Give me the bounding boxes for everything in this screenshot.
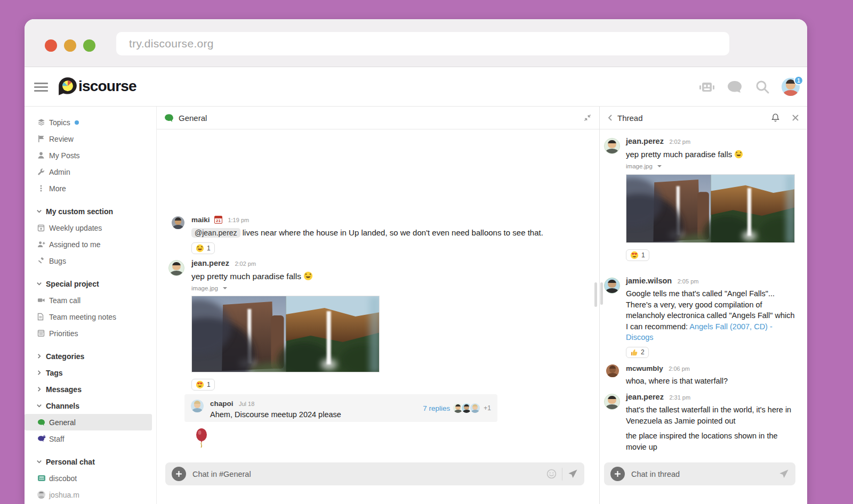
jean-perez-avatar[interactable]: [604, 138, 620, 154]
sidebar-section-messages[interactable]: Messages: [25, 381, 156, 397]
maiki-avatar[interactable]: [172, 216, 184, 229]
address-bar[interactable]: try.discourse.org: [116, 32, 729, 55]
message-text: whoa, where is that waterfall?: [626, 376, 728, 387]
collapse-icon[interactable]: [583, 113, 592, 122]
sidebar-item-topics[interactable]: Topics: [25, 114, 152, 131]
sidebar-item-joshua[interactable]: joshua.m: [25, 486, 152, 503]
laughing-emoji: [734, 150, 743, 159]
reaction-laughing[interactable]: 1: [191, 242, 215, 254]
sidebar-section-tags[interactable]: Tags: [25, 364, 156, 381]
emoji-picker-icon[interactable]: [546, 469, 557, 479]
minimize-window-button[interactable]: [64, 39, 76, 52]
sidebar-label: Review: [49, 135, 74, 143]
username[interactable]: jean.perez: [191, 259, 229, 267]
discobot-avatar: [37, 474, 49, 482]
waterfall-image[interactable]: [191, 296, 380, 372]
sidebar-item-discobot[interactable]: discobot: [25, 470, 152, 486]
ellipsis-icon: [37, 184, 49, 192]
user-mention[interactable]: @jean.perez: [191, 228, 240, 238]
reaction-heart-eyes[interactable]: 1: [191, 379, 215, 391]
chat-icon[interactable]: [726, 78, 743, 95]
maximize-window-button[interactable]: [83, 39, 95, 52]
send-icon[interactable]: [568, 469, 578, 479]
sidebar-item-my-posts[interactable]: My Posts: [25, 147, 152, 164]
attach-button[interactable]: [172, 467, 186, 481]
scrollbar[interactable]: [594, 282, 597, 307]
thread-message[interactable]: jean.perez 2:31 pm that's the tallest wa…: [604, 392, 795, 452]
chapoi-avatar: [191, 400, 204, 412]
sidebar-item-admin[interactable]: Admin: [25, 164, 152, 180]
message-text: that's the tallest waterfall in the worl…: [626, 404, 795, 426]
send-icon[interactable]: [779, 469, 789, 479]
username[interactable]: jean.perez: [626, 137, 664, 145]
sidebar-section-channels[interactable]: Channels: [25, 397, 156, 414]
more-participants: +1: [484, 404, 491, 412]
sidebar-label: General: [49, 418, 76, 427]
sidebar-section-categories[interactable]: Categories: [25, 348, 156, 364]
thread-panel: Thread jean.perez 2:02 pm: [600, 107, 807, 504]
thread-message[interactable]: jean.perez 2:02 pm yep pretty much parad…: [604, 136, 795, 262]
user-icon: [37, 151, 49, 159]
channel-composer[interactable]: Chat in #General: [165, 462, 584, 485]
mcwumbly-avatar[interactable]: [606, 364, 619, 377]
thread-composer[interactable]: Chat in thread: [604, 462, 795, 485]
reaction-thumbs-up[interactable]: 2: [626, 347, 649, 358]
username[interactable]: jamie.wilson: [626, 277, 672, 285]
discourse-logo[interactable]: iscourse: [58, 76, 136, 96]
sidebar-item-review[interactable]: Review: [25, 131, 152, 147]
sidebar-section-project[interactable]: Special project: [25, 275, 156, 292]
hamburger-menu-icon[interactable]: [34, 80, 49, 93]
flag-icon: [37, 135, 49, 143]
gavel-icon: [37, 257, 49, 265]
reaction-heart-eyes[interactable]: 1: [626, 249, 649, 261]
attachment-toggle[interactable]: image.jpg: [626, 163, 795, 169]
username[interactable]: mcwumbly: [626, 364, 663, 372]
sidebar-item-priorities[interactable]: Priorities: [25, 325, 152, 342]
member-avatar: [37, 491, 45, 499]
bell-icon[interactable]: [771, 113, 780, 123]
attachment-toggle[interactable]: image.jpg: [191, 285, 380, 291]
jamie-wilson-avatar[interactable]: [604, 278, 620, 294]
unread-dot: [75, 120, 79, 125]
sidebar-item-weekly-updates[interactable]: Weekly updates: [25, 220, 152, 236]
file-icon: [37, 313, 49, 321]
attach-button[interactable]: [610, 467, 625, 481]
chat-message[interactable]: maiki 21 1:19 pm @jean.perez lives near …: [172, 215, 543, 255]
replies-link[interactable]: 7 replies: [423, 404, 450, 412]
sidebar-item-assigned-to-me[interactable]: Assigned to me: [25, 236, 152, 253]
user-menu[interactable]: 1: [782, 78, 800, 96]
jean-perez-avatar[interactable]: [168, 260, 184, 276]
locked-channel-icon: [37, 435, 49, 443]
back-icon[interactable]: [607, 114, 613, 121]
chat-message[interactable]: jean.perez 2:02 pm yep pretty much parad…: [168, 258, 380, 391]
sidebar-item-team-call[interactable]: Team call: [25, 292, 152, 308]
thread-message[interactable]: mcwumbly 2:06 pm whoa, where is that wat…: [606, 363, 728, 387]
thread-preview[interactable]: chapoi Jul 18 Ahem, Discourse meetup 202…: [184, 394, 497, 422]
scrollbar[interactable]: [600, 282, 603, 305]
search-icon[interactable]: [754, 78, 771, 95]
sidebar-label: Topics: [49, 118, 70, 127]
sidebar: Topics Review My Posts Admin: [25, 107, 156, 504]
balloon-emoji-message[interactable]: [195, 428, 209, 452]
logo-text: iscourse: [78, 78, 136, 95]
sidebar-item-staff[interactable]: Staff: [25, 430, 152, 447]
bot-icon[interactable]: [698, 78, 715, 95]
close-window-button[interactable]: [45, 39, 57, 52]
sidebar-item-bugs[interactable]: Bugs: [25, 253, 152, 269]
waterfall-image[interactable]: [626, 174, 795, 243]
sidebar-item-meeting-notes[interactable]: Team meeting notes: [25, 308, 152, 325]
video-icon: [37, 296, 49, 304]
caret-down-icon: [657, 165, 662, 168]
jean-perez-avatar[interactable]: [604, 394, 620, 410]
username[interactable]: maiki: [191, 216, 210, 224]
sidebar-item-general[interactable]: General: [25, 414, 152, 430]
sidebar-label: Assigned to me: [49, 240, 101, 249]
username[interactable]: jean.perez: [626, 393, 664, 401]
message-text: the place inspired the locations shown i…: [626, 430, 795, 452]
close-icon[interactable]: [792, 114, 799, 121]
thread-message[interactable]: jamie.wilson 2:05 pm Google tells me tha…: [604, 276, 795, 359]
sidebar-section-personal-chat[interactable]: Personal chat: [25, 453, 156, 470]
sidebar-item-more[interactable]: More: [25, 180, 152, 197]
sidebar-section-custom[interactable]: My custom section: [25, 203, 156, 220]
sidebar-label: Priorities: [49, 329, 78, 338]
